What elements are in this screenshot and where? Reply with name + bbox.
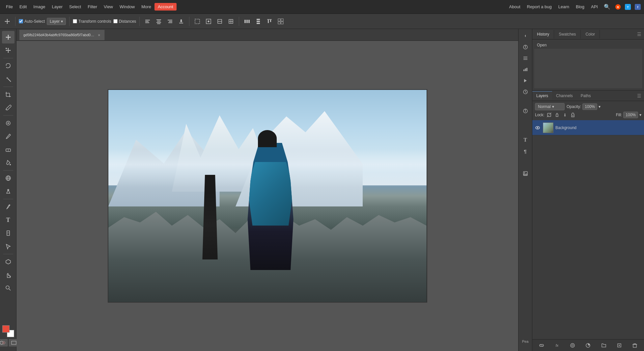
search-icon[interactable]: 🔍	[602, 2, 612, 11]
align-center-btn[interactable]	[154, 17, 163, 26]
blend-mode-dropdown[interactable]: Normal ▾	[535, 103, 565, 110]
menu-about[interactable]: About	[507, 3, 522, 11]
crop-tool[interactable]	[2, 88, 14, 101]
play-icon[interactable]	[520, 76, 530, 86]
blur-tool[interactable]	[2, 172, 14, 184]
tab-paths[interactable]: Paths	[577, 92, 595, 100]
move-tool-icon[interactable]	[3, 17, 12, 26]
link-layers-btn[interactable]	[538, 341, 546, 349]
distribute-h-btn[interactable]	[242, 17, 252, 26]
adjustment-layer-btn[interactable]	[584, 341, 592, 349]
opacity-chevron[interactable]: ▾	[599, 104, 601, 109]
layers-panel: Layers Channels Paths ☰ Normal ▾ Opacity…	[532, 91, 644, 351]
menu-image[interactable]: Image	[30, 3, 48, 11]
pen-tool[interactable]	[2, 201, 14, 213]
download-btn[interactable]	[177, 17, 186, 26]
fill-chevron[interactable]: ▾	[639, 113, 641, 117]
menu-select[interactable]: Select	[66, 3, 84, 11]
delete-layer-btn[interactable]	[631, 341, 639, 349]
menu-api[interactable]: API	[589, 3, 600, 11]
facebook-icon[interactable]: f	[634, 3, 641, 11]
new-group-btn[interactable]	[600, 341, 608, 349]
path-select-tool[interactable]	[2, 240, 14, 253]
fg-bg-color-boxes[interactable]	[2, 325, 14, 337]
smudge-tool[interactable]	[2, 227, 14, 239]
auto-select-checkbox[interactable]	[19, 19, 23, 23]
clock-icon[interactable]	[520, 87, 530, 97]
fill-value[interactable]: 100%	[623, 112, 638, 118]
spot-healing-tool[interactable]	[2, 117, 14, 129]
zoom-tool[interactable]	[2, 282, 14, 294]
transform-btn-3[interactable]	[215, 17, 224, 26]
history-open-item[interactable]: Open	[534, 41, 642, 49]
menu-layer[interactable]: Layer	[49, 3, 66, 11]
menu-filter[interactable]: Filter	[84, 3, 100, 11]
transform-btn-1[interactable]	[193, 17, 202, 26]
tab-channels[interactable]: Channels	[552, 92, 577, 100]
layer-dropdown[interactable]: Layer ▾	[47, 18, 66, 25]
align-left-btn[interactable]	[143, 17, 152, 26]
brush-tool[interactable]	[2, 130, 14, 143]
artboard-tool[interactable]	[2, 44, 14, 57]
menu-file[interactable]: File	[3, 3, 16, 11]
tab-color[interactable]: Color	[581, 30, 600, 39]
tab-close-btn[interactable]: ×	[98, 33, 100, 38]
lasso-tool[interactable]	[2, 60, 14, 72]
tab-swatches[interactable]: Swatches	[554, 30, 581, 39]
distribute-v-btn[interactable]	[254, 17, 263, 26]
text-panel-icon[interactable]: T	[520, 135, 530, 145]
svg-rect-27	[248, 20, 250, 23]
history-panel-menu-btn[interactable]: ☰	[634, 30, 644, 38]
transform-btn-2[interactable]	[204, 17, 213, 26]
canvas-content[interactable]	[16, 41, 518, 351]
layer-item-background[interactable]: Background	[532, 120, 644, 135]
layer-fx-btn[interactable]: fx	[553, 341, 561, 349]
shape-tool[interactable]	[2, 256, 14, 268]
info-icon[interactable]	[520, 42, 530, 52]
paragraph-icon[interactable]: ¶	[520, 146, 530, 156]
layers-panel-menu-btn[interactable]: ☰	[634, 92, 644, 100]
transform-btn-4[interactable]	[226, 17, 236, 26]
image-icon[interactable]	[520, 169, 530, 178]
reddit-icon[interactable]: R	[614, 3, 622, 11]
magic-wand-tool[interactable]	[2, 73, 14, 85]
lock-transparent-btn[interactable]	[546, 112, 552, 118]
twitter-icon[interactable]: T	[624, 3, 631, 11]
transform-controls-checkbox[interactable]	[73, 19, 77, 23]
opacity-value[interactable]: 100%	[582, 103, 597, 110]
menu-account[interactable]: Account	[154, 3, 177, 11]
lock-all-btn[interactable]	[570, 112, 576, 118]
info-circle-icon[interactable]	[520, 106, 530, 116]
chart-icon[interactable]	[520, 65, 530, 74]
paint-bucket-tool[interactable]	[2, 156, 14, 169]
tab-history[interactable]: History	[532, 30, 554, 39]
align-right-btn[interactable]	[165, 17, 175, 26]
eraser-tool[interactable]	[2, 143, 14, 156]
lines-icon[interactable]	[520, 53, 530, 63]
canvas-tab[interactable]: gd5fb2246d43b4abffc9765ba86bf5f7abd0aeb …	[19, 30, 105, 40]
menu-blog[interactable]: Blog	[574, 3, 586, 11]
hand-tool[interactable]	[2, 269, 14, 281]
menu-more[interactable]: More	[138, 3, 154, 11]
foreground-color-swatch[interactable]	[2, 325, 10, 333]
lock-image-btn[interactable]	[554, 112, 560, 118]
dodge-tool[interactable]	[2, 185, 14, 198]
move-tool[interactable]	[2, 31, 14, 43]
layer-visibility-eye[interactable]	[534, 124, 541, 131]
menu-window[interactable]: Window	[116, 3, 138, 11]
distances-checkbox[interactable]	[113, 19, 118, 23]
menu-learn[interactable]: Learn	[556, 3, 571, 11]
quick-mask-btn[interactable]	[0, 339, 8, 346]
menu-edit[interactable]: Edit	[16, 3, 30, 11]
tab-layers[interactable]: Layers	[532, 91, 552, 100]
text-tool[interactable]: T	[2, 214, 14, 226]
lock-position-btn[interactable]	[562, 112, 568, 118]
menu-report-bug[interactable]: Report a bug	[525, 3, 554, 11]
add-mask-btn[interactable]	[569, 341, 576, 349]
new-layer-btn[interactable]	[615, 341, 623, 349]
eyedropper-tool[interactable]	[2, 101, 14, 114]
grid-btn[interactable]	[276, 17, 285, 26]
menu-view[interactable]: View	[100, 3, 116, 11]
align-top-btn[interactable]	[265, 17, 274, 26]
collapse-icon[interactable]	[520, 31, 530, 41]
